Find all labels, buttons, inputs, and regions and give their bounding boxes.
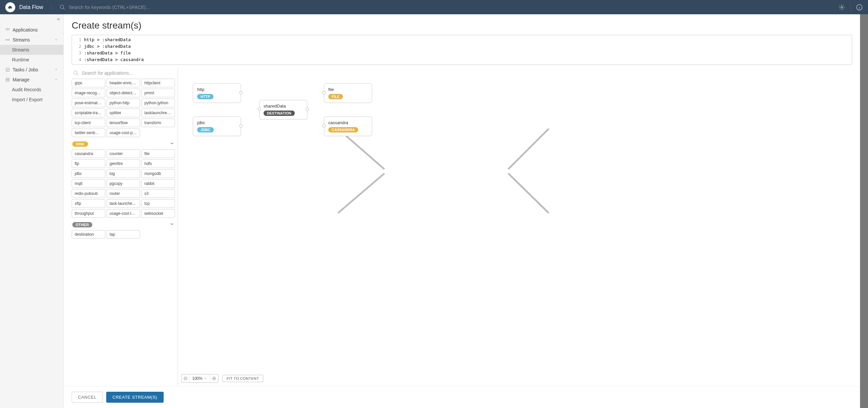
line-number: 1 — [72, 36, 84, 43]
sink-chip-websocket[interactable]: websocket — [142, 209, 175, 218]
sink-chip-redis-pubsub[interactable]: redis-pubsub — [72, 189, 105, 198]
sink-chip-jdbc[interactable]: jdbc — [72, 169, 105, 178]
chevron-down-icon[interactable] — [169, 222, 174, 227]
chevron-down-icon — [54, 77, 58, 82]
input-port[interactable] — [257, 107, 261, 111]
sink-chip-ftp[interactable]: ftp — [72, 159, 105, 168]
sink-chip-rabbit[interactable]: rabbit — [142, 179, 175, 188]
processor-chip-scriptable-transf-[interactable]: scriptable-transf... — [72, 108, 105, 117]
other-group-badge: OTHER — [72, 222, 92, 227]
node-http[interactable]: http HTTP — [193, 83, 241, 103]
processor-chip-pmml[interactable]: pmml — [142, 89, 175, 97]
global-search-input[interactable] — [69, 5, 838, 10]
sink-chip-task-launcher-d-[interactable]: task-launcher-d... — [106, 199, 140, 208]
sink-chip-counter[interactable]: counter — [106, 149, 140, 158]
create-streams-button[interactable]: CREATE STREAM(S) — [106, 392, 164, 403]
search-icon — [73, 70, 79, 76]
output-port[interactable] — [306, 107, 309, 111]
sidebar-item-streams[interactable]: Streams — [0, 35, 63, 45]
sidebar-subitem-import-export[interactable]: Import / Export — [0, 95, 63, 104]
sink-chip-gemfire[interactable]: gemfire — [106, 159, 140, 168]
processor-chip-python-http[interactable]: python-http — [106, 99, 140, 107]
node-title: cassandra — [328, 120, 368, 125]
dsl-editor[interactable]: 1http > :sharedData2jdbc > :sharedData3:… — [72, 35, 852, 65]
processor-chip-twitter-sentiment[interactable]: twitter-sentiment — [72, 128, 105, 137]
zoom-out-button[interactable] — [182, 374, 189, 382]
sink-chip-mqtt[interactable]: mqtt — [72, 179, 105, 188]
sink-chip-throughput[interactable]: throughput — [72, 209, 105, 218]
other-chip-tap[interactable]: tap — [106, 230, 140, 239]
processor-chip-image-recogniti-[interactable]: image-recogniti... — [72, 89, 105, 97]
processor-chip-object-detection[interactable]: object-detection — [106, 89, 140, 97]
sink-chip-sftp[interactable]: sftp — [72, 199, 105, 208]
stream-canvas[interactable]: http HTTP jdbc JDBC sharedData DESTINATI… — [178, 68, 852, 386]
palette-search-input[interactable] — [82, 70, 174, 76]
svg-line-22 — [508, 129, 549, 169]
app-palette: grpcheader-enricherhttpclientimage-recog… — [72, 68, 178, 386]
cancel-button[interactable]: CANCEL — [72, 392, 103, 403]
node-badge: DESTINATION — [264, 111, 295, 116]
processor-chip-httpclient[interactable]: httpclient — [142, 79, 175, 87]
sink-chip-tcp[interactable]: tcp — [142, 199, 175, 208]
footer-actions: CANCEL CREATE STREAM(S) — [64, 386, 860, 408]
sidebar-item-applications[interactable]: Applications — [0, 25, 63, 35]
input-port[interactable] — [322, 124, 326, 127]
node-title: sharedData — [264, 103, 303, 108]
chevron-down-icon[interactable] — [169, 141, 174, 147]
node-badge: JDBC — [197, 127, 214, 132]
input-port[interactable] — [322, 91, 326, 94]
processor-chip-tensorflow[interactable]: tensorflow — [106, 119, 140, 127]
zoom-control: 100% — [181, 374, 218, 383]
processor-chip-usage-cost-proc-[interactable]: usage-cost-proc... — [106, 128, 140, 137]
processor-chip-tasklaunchreque-[interactable]: tasklaunchreque... — [142, 108, 175, 117]
code-line: :sharedData > file — [84, 50, 852, 57]
node-cassandra[interactable]: cassandra CASSANDRA — [324, 117, 372, 136]
processor-chip-splitter[interactable]: splitter — [106, 108, 140, 117]
node-jdbc[interactable]: jdbc JDBC — [193, 117, 241, 136]
sink-chip-log[interactable]: log — [106, 169, 140, 178]
sidebar-subitem-streams[interactable]: Streams — [0, 45, 63, 55]
node-title: http — [197, 87, 237, 92]
processor-chip-pose-estimation[interactable]: pose-estimation — [72, 99, 105, 107]
sidebar-subitem-audit-records[interactable]: Audit Records — [0, 85, 63, 95]
processor-chip-tcp-client[interactable]: tcp-client — [72, 119, 105, 127]
processor-chip-header-enricher[interactable]: header-enricher — [106, 79, 140, 87]
zoom-value[interactable]: 100% — [189, 374, 210, 382]
processor-chip-python-jython[interactable]: python-jython — [142, 99, 175, 107]
code-line: :sharedData > cassandra — [84, 57, 852, 63]
sidebar-item-tasks-jobs[interactable]: Tasks / Jobs — [0, 65, 63, 75]
node-file[interactable]: file FILE — [324, 83, 372, 103]
sink-chip-pgcopy[interactable]: pgcopy — [106, 179, 140, 188]
sidebar-item-manage[interactable]: Manage — [0, 75, 63, 85]
gear-icon[interactable] — [838, 4, 845, 11]
sink-chip-file[interactable]: file — [142, 149, 175, 158]
line-number: 2 — [72, 43, 84, 50]
sink-chip-usage-cost-logg-[interactable]: usage-cost-logg... — [106, 209, 140, 218]
zoom-in-button[interactable] — [210, 374, 218, 382]
processor-chip-grpc[interactable]: grpc — [72, 79, 105, 87]
code-line: jdbc > :sharedData — [84, 43, 852, 50]
sink-chip-hdfs[interactable]: hdfs — [142, 159, 175, 168]
sink-chip-s3[interactable]: s3 — [142, 189, 175, 198]
sink-chip-mongodb[interactable]: mongodb — [142, 169, 175, 178]
output-port[interactable] — [239, 124, 243, 127]
info-icon[interactable] — [856, 4, 863, 11]
processor-chip-transform[interactable]: transform — [142, 119, 175, 127]
sink-chip-router[interactable]: router — [106, 189, 140, 198]
output-port[interactable] — [239, 91, 243, 94]
line-number: 3 — [72, 50, 84, 57]
node-shareddata[interactable]: sharedData DESTINATION — [259, 100, 307, 120]
svg-line-23 — [508, 173, 549, 213]
collapse-sidebar-icon[interactable] — [56, 17, 61, 23]
svg-point-12 — [6, 39, 7, 40]
sidebar-subitem-runtime[interactable]: Runtime — [0, 55, 63, 65]
node-title: file — [328, 87, 368, 92]
chevron-down-icon — [54, 37, 58, 42]
search-icon — [59, 4, 65, 10]
other-chip-destination[interactable]: destination — [72, 230, 105, 239]
fit-to-content-button[interactable]: FIT TO CONTENT — [222, 375, 263, 382]
code-line: http > :sharedData — [84, 36, 852, 43]
sink-chip-cassandra[interactable]: cassandra — [72, 149, 105, 158]
svg-rect-10 — [7, 30, 8, 30]
brand-title: Data Flow — [19, 4, 43, 10]
